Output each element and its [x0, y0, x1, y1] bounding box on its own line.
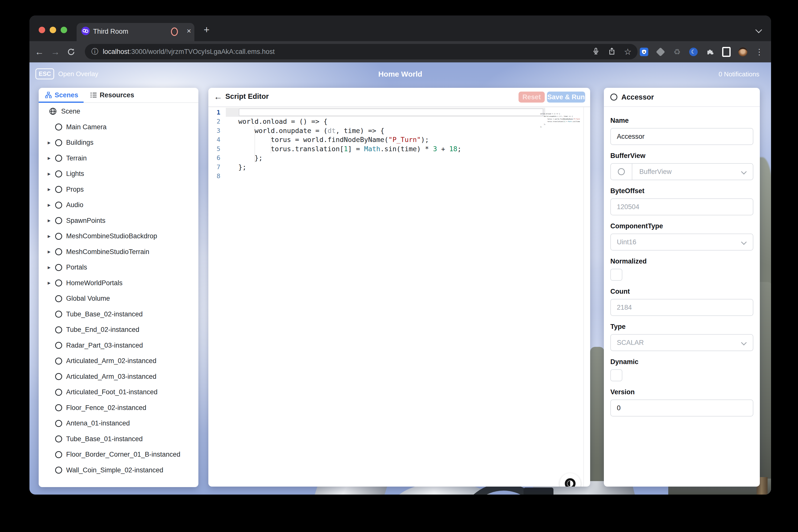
scene-node-row[interactable]: ▶ Portals: [39, 260, 198, 276]
expand-arrow-icon[interactable]: ▶: [48, 281, 55, 285]
line-number: 5: [208, 145, 226, 152]
scene-node-row[interactable]: ▶ Main Camera: [39, 119, 198, 135]
scene-node-row[interactable]: ▶ Terrain: [39, 150, 198, 166]
back-arrow-icon[interactable]: ←: [214, 92, 222, 101]
recycle-extension-icon[interactable]: ♻: [672, 48, 682, 56]
tab-search-chevron-icon[interactable]: [755, 26, 762, 33]
browser-menu-icon[interactable]: ⋮: [755, 48, 764, 56]
expand-arrow-icon[interactable]: ▶: [48, 265, 55, 270]
byteoffset-input[interactable]: 120504: [610, 198, 753, 215]
expand-arrow-icon[interactable]: ▶: [48, 140, 55, 145]
scene-node-row[interactable]: ▶ MeshCombineStudioTerrain: [39, 244, 198, 260]
code-line[interactable]: 3 world.onupdate = (dt, time) => {: [208, 126, 590, 135]
scene-node-label: Tube_Base_02-instanced: [66, 310, 143, 318]
inspector-title: Accessor: [621, 93, 654, 101]
expand-arrow-icon[interactable]: ▶: [48, 203, 55, 207]
expand-arrow-icon[interactable]: ▶: [48, 249, 55, 254]
expand-arrow-icon[interactable]: ▶: [48, 172, 55, 176]
code-line[interactable]: 1: [208, 108, 590, 117]
scene-node-row[interactable]: ▶ Tube_Base_02-instanced: [39, 306, 198, 322]
code-line[interactable]: 8: [208, 172, 590, 181]
bufferview-select[interactable]: BufferView: [610, 163, 753, 180]
expand-arrow-icon[interactable]: ▶: [48, 218, 55, 223]
script-editor-title: Script Editor: [225, 92, 269, 100]
microphone-icon[interactable]: [592, 47, 600, 56]
scene-node-row[interactable]: ▶ Tube_Base_01-instanced: [39, 431, 198, 447]
url-bar[interactable]: ⓘ localhost:3000/world/!vjrzmTVOcyIsLgaA…: [85, 44, 638, 59]
count-input[interactable]: 2184: [610, 299, 753, 316]
scene-node-row[interactable]: ▶ Floor_Border_Corner_01_B-instanced: [39, 447, 198, 463]
reload-button[interactable]: [64, 41, 78, 62]
code-line[interactable]: 6 };: [208, 153, 590, 163]
expand-arrow-icon[interactable]: ▶: [48, 187, 55, 192]
scene-node-row[interactable]: ▶ Articulated_Arm_03-instanced: [39, 369, 198, 384]
new-tab-button[interactable]: +: [201, 24, 212, 35]
scene-node-row[interactable]: ▶ HomeWorldPortals: [39, 275, 198, 291]
bookmark-star-icon[interactable]: ☆: [624, 47, 631, 57]
scene-node-label: Radar_Part_03-instanced: [66, 342, 143, 349]
world-viewport[interactable]: ESC Open Overlay Home World 0 Notificati…: [30, 62, 771, 495]
fullscreen-window-button[interactable]: [61, 27, 67, 33]
expand-arrow-icon[interactable]: ▶: [48, 156, 55, 160]
back-button[interactable]: ←: [33, 41, 46, 62]
forward-button[interactable]: →: [49, 41, 62, 62]
notifications-count[interactable]: 0 Notifications: [719, 70, 759, 78]
normalized-checkbox[interactable]: [610, 269, 622, 281]
scene-node-row[interactable]: ▶ MeshCombineStudioBackdrop: [39, 229, 198, 244]
inspector-panel: Accessor NameAccessorBufferViewBufferVie…: [604, 88, 760, 487]
password-manager-extension-icon[interactable]: [640, 48, 648, 56]
field-value: 2184: [617, 304, 632, 311]
scene-node-row[interactable]: ▶ Props: [39, 182, 198, 197]
scene-node-row[interactable]: ▶ Wall_Coin_Simple_02-instanced: [39, 462, 198, 478]
scene-node-row[interactable]: ▶ Radar_Part_03-instanced: [39, 338, 198, 353]
node-circle-icon: [55, 155, 62, 162]
node-circle-icon: [55, 467, 62, 474]
code-line[interactable]: 4 torus = world.findNodeByName("P_Turn")…: [208, 135, 590, 145]
code-line[interactable]: 5 torus.translation[1] = Math.sin(time) …: [208, 144, 590, 153]
dynamic-checkbox[interactable]: [610, 369, 622, 381]
dark-reader-extension-icon[interactable]: ☾: [689, 48, 698, 56]
save-and-run-button[interactable]: Save & Run: [547, 92, 585, 102]
expand-arrow-icon[interactable]: ▶: [48, 234, 55, 239]
scene-node-row[interactable]: ▶ Audio: [39, 197, 198, 213]
scene-node-row[interactable]: ▶ Global Volume: [39, 291, 198, 307]
scene-node-row[interactable]: ▶ Articulated_Foot_01-instanced: [39, 384, 198, 400]
scene-node-row[interactable]: ▶ Tube_End_02-instanced: [39, 322, 198, 338]
line-number: 4: [208, 136, 226, 143]
share-icon[interactable]: [608, 47, 615, 56]
site-info-icon[interactable]: ⓘ: [91, 47, 98, 56]
scene-node-row[interactable]: ▶ SpawnPoints: [39, 213, 198, 229]
reset-button[interactable]: Reset: [518, 92, 545, 102]
componenttype-select[interactable]: Uint16: [610, 233, 753, 250]
scene-node-label: Articulated_Arm_02-instanced: [66, 357, 156, 365]
scene-root-row[interactable]: Scene: [39, 103, 198, 119]
devtools-extension-icon[interactable]: [656, 48, 665, 56]
browser-tab[interactable]: Third Room ×: [77, 23, 194, 41]
name-input[interactable]: Accessor: [610, 128, 753, 145]
minimap[interactable]: world.onload = () => { world.onupdate = …: [540, 110, 580, 137]
close-tab-icon[interactable]: ×: [185, 26, 193, 35]
scene-node-row[interactable]: ▶ Articulated_Arm_02-instanced: [39, 353, 198, 369]
code-editor[interactable]: 1 2 world.onload = () => { 3 world.onupd…: [208, 107, 590, 487]
scene-node-row[interactable]: ▶ Lights: [39, 166, 198, 182]
code-line[interactable]: 7 };: [208, 163, 590, 172]
field-label: ComponentType: [610, 222, 753, 230]
profile-avatar[interactable]: [738, 48, 747, 56]
node-circle-icon: [55, 373, 62, 380]
chevron-down-icon: [741, 340, 747, 346]
type-select[interactable]: SCALAR: [610, 334, 753, 351]
node-circle-icon: [55, 170, 62, 177]
version-input[interactable]: 0: [610, 399, 753, 416]
code-line[interactable]: 2 world.onload = () => {: [208, 117, 590, 126]
tab-resources[interactable]: Resources: [90, 91, 134, 99]
active-tab-underline: [39, 101, 83, 103]
editor-theme-toggle-button[interactable]: [560, 473, 581, 487]
scene-node-row[interactable]: ▶ Floor_Fence_02-instanced: [39, 400, 198, 416]
scene-node-row[interactable]: ▶ Buildings: [39, 135, 198, 151]
scene-node-row[interactable]: ▶ Antena_01-instanced: [39, 416, 198, 432]
tab-scenes[interactable]: Scenes: [45, 91, 78, 99]
extensions-puzzle-icon[interactable]: [705, 48, 715, 56]
close-window-button[interactable]: [39, 27, 45, 33]
side-panel-icon[interactable]: [722, 48, 731, 56]
minimize-window-button[interactable]: [50, 27, 56, 33]
